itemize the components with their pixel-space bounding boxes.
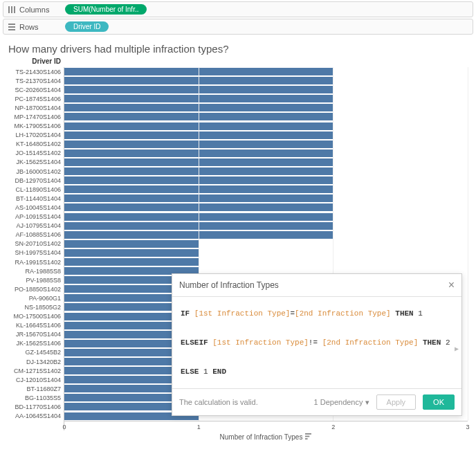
table-row: AJ-10795S1404 <box>8 221 468 230</box>
y-axis-title: Driver ID <box>8 57 64 67</box>
bar-track <box>64 230 468 239</box>
table-row: SN-20710S1402 <box>8 239 468 248</box>
bar-track <box>64 248 468 257</box>
caret-right-icon[interactable]: ▶ <box>455 343 459 356</box>
bar-track <box>64 221 468 230</box>
bar-fill[interactable] <box>64 68 333 75</box>
bar-track <box>64 131 468 140</box>
row-label: BD-11770S1406 <box>8 403 64 410</box>
chart-title: How many drivers had multiple infraction… <box>8 43 468 55</box>
svg-rect-1 <box>11 6 12 13</box>
row-label: DB-12970S1404 <box>8 177 64 184</box>
table-row: MK-17905S1406 <box>8 122 468 131</box>
columns-shelf[interactable]: Columns SUM(Number of Infr.. <box>3 1 473 17</box>
bar-track <box>64 94 468 103</box>
table-row: NP-18700S1404 <box>8 103 468 112</box>
bar-fill[interactable] <box>64 249 199 257</box>
calc-editor-header: Number of Infraction Types × <box>172 274 461 297</box>
bar-fill[interactable] <box>64 240 199 248</box>
bar-fill[interactable] <box>64 86 333 93</box>
bar-track <box>64 76 468 85</box>
calc-editor-title[interactable]: Number of Infraction Types <box>179 280 279 290</box>
bar-fill[interactable] <box>64 113 333 120</box>
row-label: PV-19885S8 <box>8 277 64 284</box>
table-row: MP-17470S1406 <box>8 112 468 121</box>
table-row: AF-10885S1406 <box>8 230 468 239</box>
row-label: KL-16645S1406 <box>8 322 64 329</box>
x-tick: 3 <box>466 424 469 430</box>
bar-fill[interactable] <box>64 158 333 166</box>
svg-rect-0 <box>8 6 10 13</box>
calc-editor-dialog: Number of Infraction Types × IF [1st Inf… <box>172 273 462 416</box>
bar-fill[interactable] <box>64 140 333 148</box>
row-label: JO-15145S1402 <box>8 149 64 156</box>
table-row: AS-10045S1404 <box>8 203 468 212</box>
row-label: AJ-10795S1404 <box>8 222 64 229</box>
row-label: PO-18850S1402 <box>8 286 64 293</box>
bar-fill[interactable] <box>64 131 333 139</box>
table-row: CL-11890S1406 <box>8 185 468 194</box>
row-label: LH-17020S1404 <box>8 131 64 138</box>
row-label: PA-9060G1 <box>8 295 64 302</box>
table-row: TS-21370S1404 <box>8 76 468 85</box>
columns-shelf-label: Columns <box>8 6 60 14</box>
rows-pill[interactable]: Driver ID <box>65 21 109 32</box>
apply-button[interactable]: Apply <box>376 394 416 410</box>
row-label: TS-21430S1406 <box>8 69 64 75</box>
rows-shelf[interactable]: Rows Driver ID <box>3 19 473 35</box>
x-axis-label: Number of Infraction Types <box>64 433 468 441</box>
rows-shelf-label: Rows <box>8 23 60 31</box>
bar-track <box>64 112 468 121</box>
bar-fill[interactable] <box>64 213 333 221</box>
row-label: BG-11035S5 <box>8 394 64 401</box>
bar-fill[interactable] <box>64 77 333 84</box>
bar-fill[interactable] <box>64 149 333 157</box>
table-row: KT-16480S1402 <box>8 140 468 149</box>
x-tick: 2 <box>331 424 335 430</box>
table-row: BT-11440S1404 <box>8 194 468 203</box>
table-row: DB-12970S1404 <box>8 176 468 185</box>
table-row: TS-21430S1406 <box>8 67 468 76</box>
bar-fill[interactable] <box>64 194 333 202</box>
ok-button[interactable]: OK <box>423 394 455 410</box>
table-row: RA-19915S1402 <box>8 257 468 266</box>
bar-fill[interactable] <box>64 122 333 130</box>
sort-icon[interactable] <box>305 433 311 441</box>
close-icon[interactable]: × <box>448 280 455 291</box>
row-label: AA-10645S1404 <box>8 412 64 419</box>
bar-fill[interactable] <box>64 258 199 266</box>
table-row: AP-10915S1404 <box>8 212 468 221</box>
row-label: JB-16000S1402 <box>8 168 64 175</box>
svg-rect-3 <box>8 24 15 25</box>
row-label: SN-20710S1402 <box>8 240 64 247</box>
row-label: AS-10045S1404 <box>8 204 64 211</box>
svg-rect-6 <box>305 433 311 435</box>
row-label: JK-15625S1406 <box>8 340 64 347</box>
row-label: RA-19915S1402 <box>8 259 64 266</box>
table-row: JO-15145S1402 <box>8 149 468 158</box>
calc-editor-body[interactable]: IF [1st Infraction Type]=[2nd Infraction… <box>172 297 461 388</box>
bar-track <box>64 212 468 221</box>
dependency-dropdown[interactable]: 1 Dependency ▾ <box>314 398 369 407</box>
svg-rect-8 <box>305 438 308 439</box>
bar-track <box>64 203 468 212</box>
bar-track <box>64 149 468 158</box>
bar-fill[interactable] <box>64 95 333 102</box>
row-label: TS-21370S1404 <box>8 78 64 84</box>
table-row: JK-15625S1404 <box>8 158 468 167</box>
bar-fill[interactable] <box>64 185 333 193</box>
bar-fill[interactable] <box>64 167 333 175</box>
row-label: GZ-14545B2 <box>8 349 64 356</box>
table-row: JB-16000S1402 <box>8 167 468 176</box>
x-tick: 0 <box>62 424 66 430</box>
bar-fill[interactable] <box>64 176 333 184</box>
columns-pill[interactable]: SUM(Number of Infr.. <box>65 4 147 15</box>
bar-fill[interactable] <box>64 203 333 211</box>
bar-fill[interactable] <box>64 222 333 230</box>
calc-status: The calculation is valid. <box>179 398 258 406</box>
bar-fill[interactable] <box>64 104 333 111</box>
svg-rect-4 <box>8 26 15 28</box>
row-label: SH-19975S1404 <box>8 249 64 256</box>
x-axis-label-text: Number of Infraction Types <box>220 433 303 441</box>
bar-fill[interactable] <box>64 231 333 239</box>
